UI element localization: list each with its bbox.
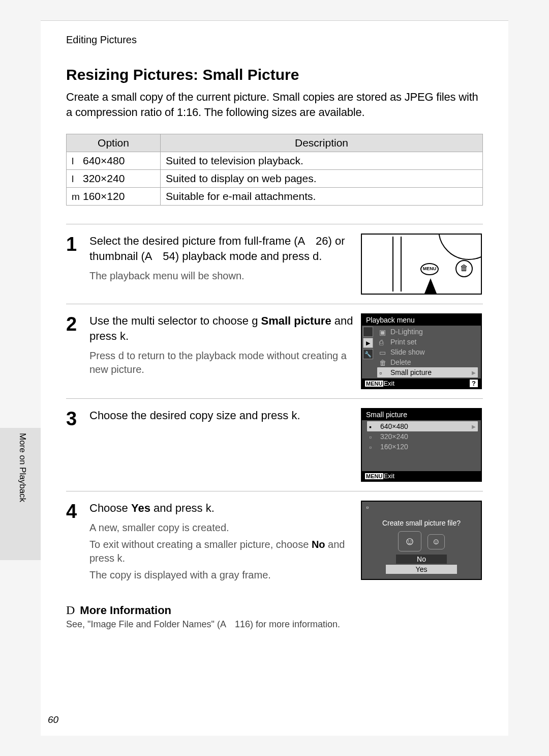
dial-icon (438, 234, 482, 260)
step-title: Choose the desired copy size and press k… (89, 408, 356, 423)
print-icon: ⎙ (379, 338, 387, 345)
more-info-heading: DMore Information (66, 603, 483, 617)
page-number: 60 (48, 714, 58, 725)
step-1: 1 Select the desired picture from full-f… (66, 224, 483, 304)
lcd-small-picture-menu: Small picture ▪640×480▶ ▫320×240 ▫160×12… (361, 408, 482, 482)
option-desc: Suited to television playback. (161, 152, 483, 170)
step-3: 3 Choose the desired copy size and press… (66, 399, 483, 491)
step-title: Select the desired picture from full-fra… (89, 234, 356, 264)
size-label: 640×480 (380, 422, 408, 430)
size-label: 320×240 (380, 432, 408, 441)
menu-item-slideshow: ▭Slide show (377, 347, 478, 357)
size-option-160: ▫160×120 (367, 442, 478, 452)
option-value: 640×480 (83, 155, 125, 166)
breadcrumb: Editing Pictures (66, 34, 483, 46)
menu-item-smallpicture: ▫Small picture▶ (377, 367, 478, 377)
trash-icon: 🗑 (379, 359, 387, 366)
option-prefix: l (72, 173, 83, 185)
footer-exit: Exit (383, 380, 394, 387)
info-icon: D (66, 603, 75, 617)
step-title-part: and press k. (150, 502, 215, 514)
more-information-section: DMore Information See, "Image File and F… (66, 603, 483, 630)
camera-illustration: MENU 🗑 (361, 234, 482, 295)
table-header-option: Option (67, 134, 161, 152)
lcd-side-tabs: ▶ 🔧 (363, 327, 373, 359)
menu-item-label: D-Lighting (390, 328, 423, 336)
lcd-playback-menu: Playback menu ▶ 🔧 ▣D-Lighting ⎙Print set… (361, 313, 482, 389)
step-number: 4 (66, 501, 89, 582)
step-title: Choose Yes and press k. (89, 501, 356, 516)
table-row: l320×240 Suited to display on web pages. (67, 170, 483, 188)
option-value: 160×120 (83, 190, 125, 202)
step-2: 2 Use the multi selector to choose g Sma… (66, 304, 483, 399)
size-options-table: Option Description l640×480 Suited to te… (66, 134, 483, 206)
step-desc: A new, smaller copy is created. (89, 521, 356, 535)
lcd-footer: MENUExit (362, 471, 481, 481)
option-desc: Suited to display on web pages. (161, 170, 483, 188)
side-tab-icon (363, 327, 373, 337)
step-number: 2 (66, 313, 89, 389)
table-row: m160×120 Suitable for e-mail attachments… (67, 188, 483, 206)
setup-tab-icon: 🔧 (363, 349, 373, 359)
lcd-top-bar: ▫ (362, 502, 481, 513)
step-title-bold: Yes (131, 502, 150, 514)
delete-button-icon: 🗑 (455, 260, 473, 277)
menu-item-label: Small picture (390, 368, 432, 376)
table-row: l640×480 Suited to television playback. (67, 152, 483, 170)
more-info-body: See, "Image File and Folder Names" (A 11… (66, 619, 483, 630)
size-icon: ▫ (369, 443, 377, 450)
footer-exit: Exit (383, 472, 394, 480)
step-desc: To exit without creating a smaller pictu… (89, 538, 356, 565)
menu-badge: MENU (365, 473, 383, 479)
lcd-footer: MENUExit ? (362, 379, 481, 388)
step-desc-part: to return to the playback mode without c… (89, 350, 347, 375)
size-icon: ▫ (369, 433, 377, 440)
size-option-640: ▪640×480▶ (367, 421, 478, 431)
size-option-320: ▫320×240 (367, 431, 478, 442)
size-icon: ▪ (369, 423, 377, 430)
option-prefix: m (72, 191, 83, 202)
arrow-up-icon (424, 278, 437, 294)
smallpic-indicator-icon: ▫ (366, 503, 369, 511)
lcd-confirm-dialog: ▫ Create small picture file? ☺ ☺ No Yes (361, 501, 482, 580)
steps-container: 1 Select the desired picture from full-f… (66, 224, 483, 591)
page: More on Playback Editing Pictures Resizi… (41, 20, 508, 736)
face-preview-icon: ☺ (398, 531, 421, 551)
chevron-right-icon: ▶ (472, 424, 476, 429)
step-desc-bold: No (312, 539, 325, 550)
menu-item-label: Delete (390, 358, 411, 366)
menu-item-dlighting: ▣D-Lighting (377, 327, 478, 337)
preview-thumbnails: ☺ ☺ (364, 531, 479, 551)
menu-badge: MENU (365, 381, 383, 387)
intro-text: Create a small copy of the current pictu… (66, 90, 483, 120)
slideshow-icon: ▭ (379, 348, 387, 356)
menu-button-icon: MENU (420, 263, 439, 275)
step-title-part: Choose (89, 502, 131, 514)
step-number: 3 (66, 408, 89, 482)
menu-item-delete: 🗑Delete (377, 357, 478, 367)
step-4: 4 Choose Yes and press k. A new, smaller… (66, 491, 483, 591)
side-section-label: More on Playback (17, 433, 27, 502)
size-label: 160×120 (380, 443, 408, 451)
step-title-part: Use the multi selector to choose g (89, 314, 261, 327)
menu-item-printset: ⎙Print set (377, 337, 478, 347)
face-preview-small-icon: ☺ (428, 534, 445, 549)
divider-line (401, 237, 402, 292)
lcd-title: Small picture (362, 409, 481, 420)
confirm-no-button: No (396, 555, 447, 564)
step-desc-part: To exit without creating a smaller pictu… (89, 539, 312, 550)
step-desc: Press d to return to the playback mode w… (89, 349, 356, 376)
confirm-yes-button: Yes (386, 565, 457, 574)
step-desc: The playback menu will be shown. (89, 269, 356, 283)
step-desc-key: d (118, 350, 124, 361)
step-desc-part: Press (89, 350, 118, 361)
dlighting-icon: ▣ (379, 328, 387, 335)
menu-item-label: Print set (390, 338, 416, 346)
help-icon: ? (470, 380, 478, 387)
step-number: 1 (66, 234, 89, 295)
step-title-bold: Small picture (261, 314, 331, 327)
menu-item-label: Slide show (390, 348, 425, 356)
smallpic-icon: ▫ (379, 369, 387, 376)
playback-tab-icon: ▶ (363, 338, 373, 348)
chevron-right-icon: ▶ (472, 370, 476, 375)
